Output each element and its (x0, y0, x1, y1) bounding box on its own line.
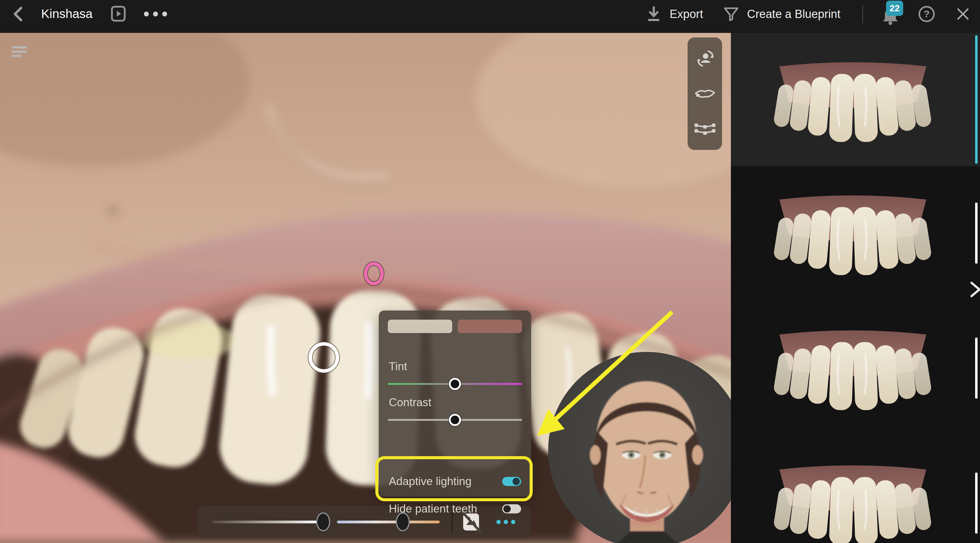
exposure-slider[interactable] (212, 521, 325, 523)
notification-badge: 22 (886, 1, 903, 16)
thumbnail-smile-design-2[interactable] (731, 166, 980, 299)
tooth-reference-marker[interactable] (309, 342, 339, 373)
more-options-button[interactable] (143, 7, 168, 21)
thumbnail-smile-design-1[interactable] (731, 33, 980, 166)
tint-slider[interactable] (388, 383, 522, 385)
lips-icon[interactable] (694, 83, 716, 105)
design-thumbnails-sidebar (731, 33, 980, 543)
selection-indicator (975, 203, 978, 264)
app-window: { "header": { "back_icon": "chevron-left… (0, 0, 980, 543)
selection-indicator (975, 35, 978, 164)
selection-indicator (975, 338, 978, 399)
hide-patient-teeth-toggle[interactable] (502, 504, 521, 513)
header-divider (862, 5, 863, 23)
tint-label: Tint (389, 360, 407, 373)
gum-shade-swatch[interactable] (458, 320, 522, 333)
tooth-shade-swatch[interactable] (388, 320, 452, 333)
download-icon (646, 6, 661, 22)
export-label: Export (670, 8, 703, 21)
appearance-panel: Tint Contrast Adaptive lighting Hide pat… (379, 311, 531, 497)
next-designs-button[interactable] (966, 280, 980, 298)
adaptive-lighting-label: Adaptive lighting (389, 475, 472, 488)
hide-patient-teeth-label: Hide patient teeth (389, 502, 477, 515)
svg-text:?: ? (924, 8, 930, 19)
question-circle-icon: ? (918, 5, 935, 23)
canvas-menu-icon[interactable] (11, 46, 27, 59)
photo-canvas[interactable]: Tint Contrast Adaptive lighting Hide pat… (0, 33, 731, 543)
thumbnail-smile-design-4[interactable] (731, 436, 980, 543)
contrast-slider[interactable] (388, 419, 522, 421)
thumbnail-smile-design-3[interactable] (731, 301, 980, 434)
top-bar: Kinshasa Export Create a Blueprint 22 (0, 0, 980, 33)
play-presentation-button[interactable] (111, 5, 126, 22)
hide-patient-teeth-row: Hide patient teeth (389, 502, 521, 515)
export-button[interactable]: Export (646, 4, 726, 24)
lip-reference-marker[interactable] (364, 262, 383, 285)
exposure-slider-knob[interactable] (316, 513, 330, 532)
close-button[interactable] (955, 5, 972, 22)
adaptive-lighting-row: Adaptive lighting (389, 475, 521, 488)
create-blueprint-label: Create a Blueprint (747, 8, 840, 21)
help-button[interactable]: ? (917, 4, 936, 24)
selection-indicator (975, 473, 978, 533)
curve-controls-icon[interactable] (694, 117, 716, 140)
tint-slider-knob[interactable] (449, 378, 461, 390)
create-blueprint-button[interactable]: Create a Blueprint (723, 4, 854, 24)
funnel-icon (723, 6, 739, 22)
warmth-slider[interactable] (337, 521, 440, 523)
rotate-face-icon[interactable] (694, 48, 716, 70)
adaptive-lighting-toggle[interactable] (502, 477, 521, 486)
contrast-slider-knob[interactable] (449, 414, 461, 426)
view-toolbar (687, 38, 722, 150)
case-title: Kinshasa (41, 0, 93, 27)
shade-swatches (388, 320, 522, 333)
contrast-label: Contrast (389, 396, 431, 409)
close-icon (956, 7, 970, 21)
back-button[interactable] (10, 7, 25, 21)
